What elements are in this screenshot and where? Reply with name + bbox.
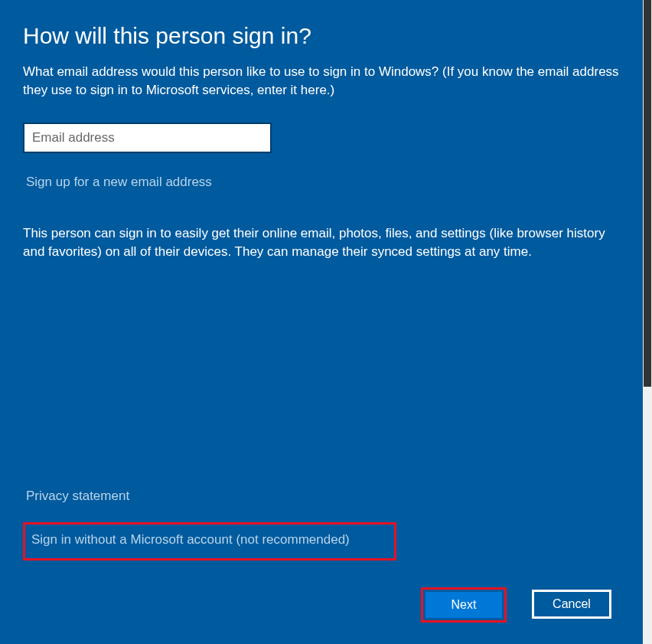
dialog-description: What email address would this person lik…: [23, 63, 620, 100]
dialog-title: How will this person sign in?: [23, 23, 620, 49]
bottom-section: Privacy statement Sign in without a Micr…: [23, 489, 620, 623]
signup-new-email-link[interactable]: Sign up for a new email address: [26, 175, 212, 190]
highlight-no-account: Sign in without a Microsoft account (not…: [23, 522, 396, 561]
next-button[interactable]: Next: [425, 592, 502, 618]
cancel-button[interactable]: Cancel: [532, 590, 611, 619]
dialog-content: How will this person sign in? What email…: [0, 0, 643, 644]
privacy-statement-link[interactable]: Privacy statement: [26, 489, 129, 504]
highlight-next-button: Next: [421, 587, 507, 623]
email-input[interactable]: [23, 123, 272, 153]
button-row: Next Cancel: [23, 587, 620, 623]
info-text: This person can sign in to easily get th…: [23, 224, 620, 262]
cancel-button-wrap: Cancel: [530, 587, 614, 623]
scrollbar-thumb[interactable]: [644, 0, 651, 387]
sign-in-without-account-link[interactable]: Sign in without a Microsoft account (not…: [31, 532, 350, 547]
scrollbar-track[interactable]: [643, 0, 652, 644]
